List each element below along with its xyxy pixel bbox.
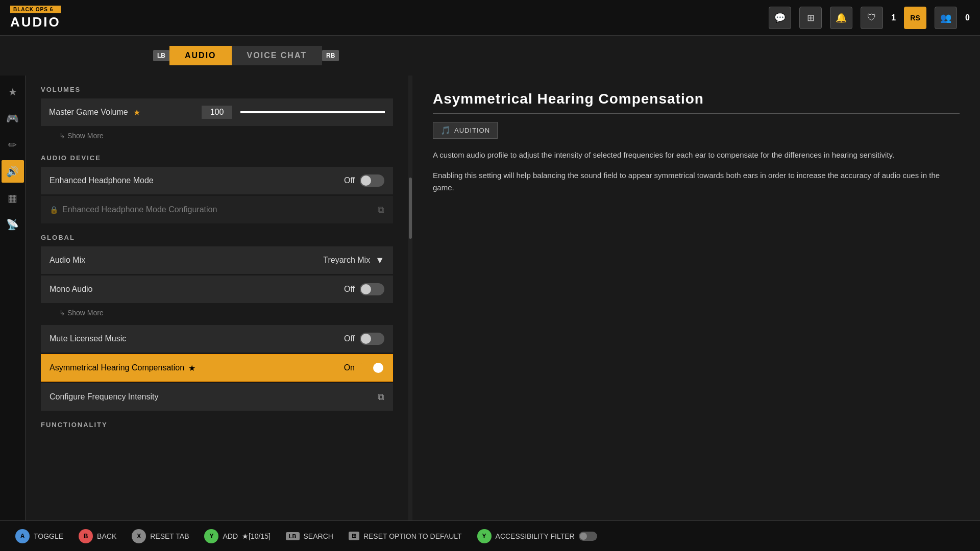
show-more-arrow-2: ↳ [59,309,67,317]
sidebar-item-display[interactable]: ▦ [2,187,24,209]
info-badge: 🎵 AUDITION [433,122,498,139]
section-audio-device-title: AUDIO DEVICE [41,154,393,162]
profile-badge[interactable]: RS [904,7,926,29]
mute-licensed-value: Off [344,333,384,345]
lb-small-label-2: ⊞ [349,532,359,540]
friends-count: 0 [965,13,970,22]
search-label: SEARCH [304,532,333,540]
configure-frequency-label: Configure Frequency Intensity [50,392,378,402]
search-action[interactable]: LB SEARCH [286,532,333,540]
friends-icon-button[interactable]: 👥 [935,7,957,29]
toggle-label: TOGGLE [34,532,63,540]
grid-icon-button[interactable]: ⊞ [799,7,822,29]
enhanced-headphone-label: Enhanced Headphone Mode [50,176,344,185]
lock-icon: 🔒 [50,206,58,214]
back-label: BACK [97,532,116,540]
back-action[interactable]: B BACK [79,529,116,543]
add-action[interactable]: Y ADD ★[10/15] [204,529,270,543]
enhanced-headphone-toggle[interactable] [360,174,384,187]
bottom-bar: A TOGGLE B BACK X RESET TAB Y ADD ★[10/1… [0,520,980,551]
master-volume-slider[interactable] [240,111,385,113]
reset-tab-label: RESET TAB [150,532,189,540]
main-layout: ★ 🎮 ✏ 🔊 ▦ 📡 VOLUMES Master Game Volume ★… [0,76,980,524]
tab-navigation: LB AUDIO VOICE CHAT RB [0,36,980,76]
master-volume-star: ★ [133,108,140,117]
accessibility-toggle[interactable] [579,532,597,541]
asymmetrical-hearing-row[interactable]: Asymmetrical Hearing Compensation ★ On [41,354,393,382]
info-description-2: Enabling this setting will help balancin… [433,169,960,194]
asymmetrical-hearing-value: On [344,362,384,374]
chevron-down-icon: ▼ [375,255,384,266]
b-button: B [79,529,93,543]
info-description-1: A custom audio profile to adjust the int… [433,149,960,161]
mute-licensed-toggle[interactable] [360,333,384,345]
show-more-arrow: ↳ [59,132,67,140]
left-bumper-label: LB [153,50,169,61]
chat-icon-button[interactable]: 💬 [769,7,791,29]
asymmetrical-hearing-label: Asymmetrical Hearing Compensation ★ [50,363,344,373]
mono-audio-label: Mono Audio [50,285,344,294]
reset-tab-action[interactable]: X RESET TAB [132,529,189,543]
tab-voice-chat[interactable]: VOICE CHAT [232,46,322,65]
mono-audio-row[interactable]: Mono Audio Off [41,276,393,303]
scrollbar[interactable] [408,76,412,524]
shield-icon-button[interactable]: 🛡 [861,7,883,29]
tab-audio[interactable]: AUDIO [169,46,232,65]
audio-mix-label: Audio Mix [50,256,323,265]
y-button-add: Y [204,529,218,543]
enhanced-headphone-row[interactable]: Enhanced Headphone Mode Off [41,167,393,194]
add-count: ★[10/15] [242,532,271,540]
enhanced-headphone-config-value: ⧉ [378,205,384,215]
volumes-show-more[interactable]: ↳ Show More [41,128,393,144]
accessibility-thumb [580,533,587,540]
lb-small-label: LB [286,532,300,540]
accessibility-action[interactable]: Y ACCESSIBILITY FILTER [477,529,597,543]
configure-frequency-value: ⧉ [378,392,384,403]
scroll-thumb [409,178,412,239]
sidebar-item-network[interactable]: 📡 [2,213,24,236]
accessibility-label: ACCESSIBILITY FILTER [496,532,575,540]
notification-count: 1 [891,13,896,22]
right-bumper-label: RB [322,50,339,61]
game-logo: BLACK OPS 6 [10,6,61,13]
notification-icon-button[interactable]: 🔔 [830,7,852,29]
audio-mix-value: Treyarch Mix ▼ [323,255,384,266]
x-button: X [132,529,146,543]
global-show-more[interactable]: ↳ Show More [41,305,393,321]
info-panel: Asymmetrical Hearing Compensation 🎵 AUDI… [412,76,980,524]
mono-audio-toggle[interactable] [360,283,384,295]
audio-mix-row[interactable]: Audio Mix Treyarch Mix ▼ [41,246,393,274]
sidebar-item-favorites[interactable]: ★ [2,81,24,103]
asymmetrical-toggle-thumb [373,363,383,373]
mute-toggle-thumb [361,334,371,344]
page-title: AUDIO [10,14,61,30]
info-panel-title: Asymmetrical Hearing Compensation [433,91,960,114]
a-button: A [15,529,30,543]
sidebar-item-audio[interactable]: 🔊 [2,160,24,183]
external-link-icon: ⧉ [378,205,384,215]
toggle-action[interactable]: A TOGGLE [15,529,63,543]
master-volume-label: Master Game Volume ★ [49,108,193,117]
reset-option-action[interactable]: ⊞ RESET OPTION TO DEFAULT [349,532,462,540]
section-global-title: GLOBAL [41,234,393,241]
y-button-access: Y [477,529,492,543]
logo-area: BLACK OPS 6 AUDIO [10,6,61,30]
master-volume-row[interactable]: Master Game Volume ★ 100 [41,98,393,126]
sidebar-item-pencil[interactable]: ✏ [2,134,24,156]
enhanced-headphone-config-label: 🔒 Enhanced Headphone Mode Configuration [50,205,378,214]
enhanced-headphone-value: Off [344,174,384,187]
add-label: ADD [223,532,238,540]
toggle-thumb [361,176,371,186]
enhanced-headphone-config-row[interactable]: 🔒 Enhanced Headphone Mode Configuration … [41,196,393,223]
mute-licensed-label: Mute Licensed Music [50,334,344,343]
configure-freq-external-icon: ⧉ [378,392,384,403]
asymmetrical-star: ★ [188,363,195,373]
mono-audio-value: Off [344,283,384,295]
asymmetrical-toggle[interactable] [360,362,384,374]
settings-panel: VOLUMES Master Game Volume ★ 100 ↳ Show … [26,76,408,524]
master-volume-value: 100 [202,106,232,119]
mute-licensed-row[interactable]: Mute Licensed Music Off [41,325,393,353]
configure-frequency-row[interactable]: Configure Frequency Intensity ⧉ [41,383,393,411]
header-icons: 💬 ⊞ 🔔 🛡 1 RS 👥 0 [769,7,970,29]
sidebar-item-controller[interactable]: 🎮 [2,107,24,130]
